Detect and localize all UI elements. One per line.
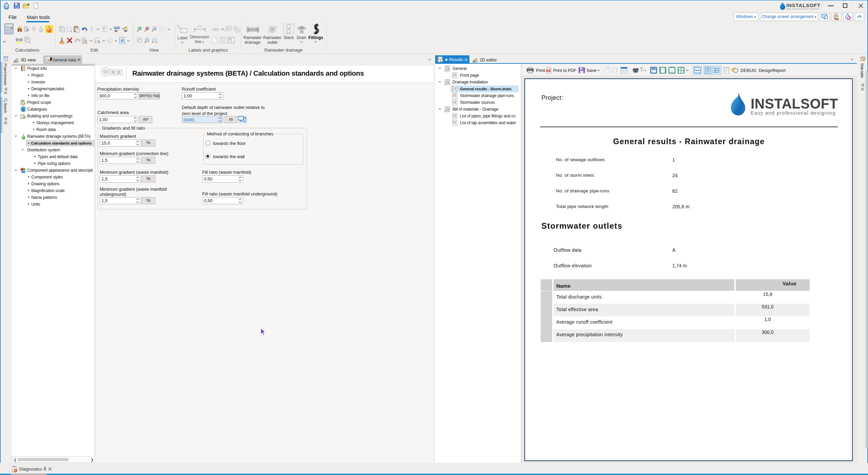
svg-text:m²: m² [124,29,128,33]
svg-text:m: m [115,29,117,33]
svg-text:A: A [121,38,124,43]
svg-text:...: ... [182,30,184,32]
svg-text:ΔP: ΔP [160,28,164,31]
svg-text:2.0: 2.0 [197,25,201,28]
svg-text:PDF: PDF [546,70,551,72]
svg-text:A: A [154,27,156,31]
svg-text:90: 90 [109,40,111,42]
svg-text:?: ? [607,69,609,72]
